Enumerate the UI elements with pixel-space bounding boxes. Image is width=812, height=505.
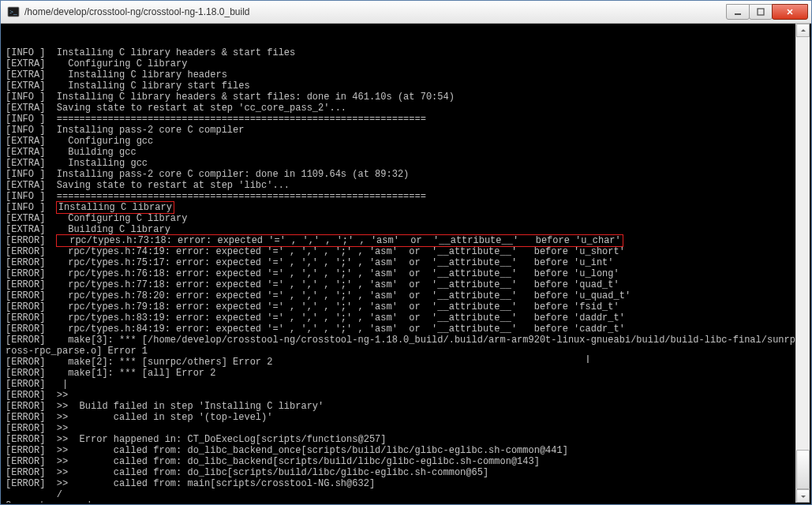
highlight-box: rpc/types.h:73:18: error: expected '=' ,… [56,234,623,247]
terminal-output[interactable]: [INFO ] Installing C library headers & s… [2,24,795,503]
terminal-line: [INFO ] Installing C library headers & s… [6,47,792,58]
close-button[interactable] [772,4,808,20]
window-controls [727,4,808,20]
terminal-line: [ERROR] rpc/types.h:77:18: error: expect… [6,279,792,290]
terminal-line: [ERROR] rpc/types.h:74:19: error: expect… [6,246,792,257]
terminal-line: [ERROR] >> [6,390,792,401]
terminal-line: [ERROR] rpc/types.h:73:18: error: expect… [6,235,792,246]
terminal-window: >_ /home/develop/crosstool-ng/crosstool-… [0,0,812,505]
terminal-line: ross-rpc_parse.o] Error 1 [6,346,792,357]
terminal-line: [EXTRA] Saving state to restart at step … [6,103,792,114]
terminal-line: [INFO ] Installing C library headers & s… [6,92,792,103]
scroll-thumb[interactable] [796,450,810,489]
terminal-line: [EXTRA] Configuring C library [6,213,792,224]
terminal-line: [ERROR] >> called from: do_libc[scripts/… [6,467,792,478]
text-cursor-icon: I [586,354,589,365]
terminal-line: [EXTRA] Building C library [6,224,792,235]
terminal-line: [EXTRA] Installing C library headers [6,69,792,80]
terminal-line: [INFO ] Installing C library [6,202,792,213]
terminal-line: [EXTRA] Installing C library start files [6,80,792,92]
terminal-line: [INFO ] ================================… [6,114,792,125]
window-title: /home/develop/crosstool-ng/crosstool-ng-… [24,6,727,17]
highlight-box: Installing C library [56,201,174,214]
terminal-line: [EXTRA] Installing gcc [6,158,792,169]
terminal-line: [EXTRA] Configuring gcc [6,136,792,147]
terminal-line: [ERROR] >> called in step '(top-level)' [6,412,792,423]
terminal-line: [ERROR] | [6,379,792,390]
terminal-line: [ERROR] make[2]: *** [sunrpc/others] Err… [6,357,792,368]
terminal-line: [EXTRA] Building gcc [6,147,792,158]
terminal-line: [INFO ] ================================… [6,191,792,202]
terminal-line: [ERROR] rpc/types.h:76:18: error: expect… [6,268,792,279]
terminal-line: [ERROR] rpc/types.h:79:18: error: expect… [6,301,792,312]
terminal-line: [ERROR] rpc/types.h:78:20: error: expect… [6,290,792,301]
titlebar[interactable]: >_ /home/develop/crosstool-ng/crosstool-… [1,1,811,24]
terminal-line: [ERROR] >> [6,423,792,434]
scroll-down-button[interactable] [796,489,810,503]
terminal-line: [ERROR] >> called from: do_libc_backend[… [6,456,792,467]
terminal-line: [ERROR] make[3]: *** [/home/develop/cros… [6,335,792,346]
terminal-line: / [6,489,792,500]
terminal-line: [ERROR] >> Error happened in: CT_DoExecL… [6,434,792,445]
minimize-button[interactable] [726,4,750,20]
svg-text:>_: >_ [9,8,17,16]
terminal-line: [ERROR] >> called from: do_libc_backend_… [6,445,792,456]
scrollbar[interactable] [795,24,810,503]
terminal-line: [ERROR] >> Build failed in step 'Install… [6,401,792,412]
content-area: [INFO ] Installing C library headers & s… [2,24,810,503]
terminal-line: [ERROR] rpc/types.h:83:19: error: expect… [6,312,792,324]
terminal-line: [EXTRA] Saving state to restart at step … [6,180,792,191]
scroll-track[interactable] [796,37,810,489]
terminal-line: [ERROR] make[1]: *** [all] Error 2 [6,368,792,379]
terminal-line: [INFO ] Installing pass-2 core C compile… [6,169,792,180]
app-icon: >_ [7,6,20,18]
terminal-line: [EXTRA] Configuring C library [6,58,792,69]
terminal-line: [ERROR] rpc/types.h:84:19: error: expect… [6,324,792,335]
terminal-line: Current command: [6,500,792,503]
terminal-line: [ERROR] rpc/types.h:75:17: error: expect… [6,257,792,268]
svg-rect-3 [758,9,764,15]
terminal-line: [INFO ] Installing pass-2 core C compile… [6,125,792,136]
svg-rect-2 [735,13,741,15]
maximize-button[interactable] [749,4,773,20]
scroll-up-button[interactable] [796,24,810,37]
terminal-line: [ERROR] >> called from: main[scripts/cro… [6,478,792,489]
